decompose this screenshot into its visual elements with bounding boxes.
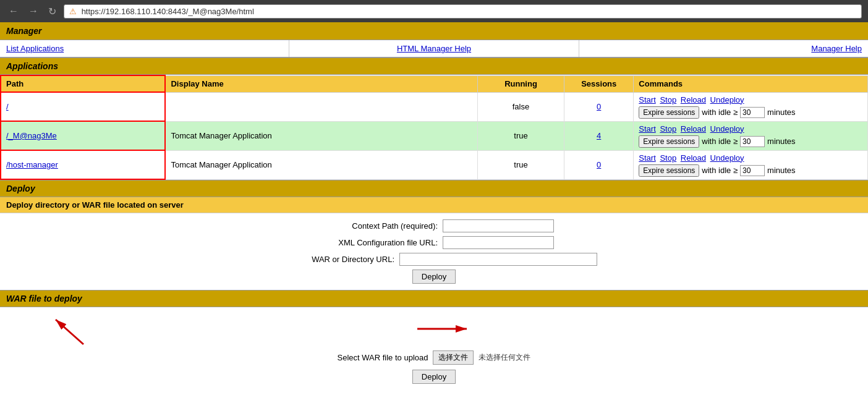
table-row: /host-managerTomcat Manager Applicationt… xyxy=(1,150,868,179)
war-deploy-button[interactable]: Deploy xyxy=(412,370,456,384)
col-display-name: Display Name xyxy=(165,75,477,92)
commands-cell: Start Stop Reload Undeploy Expire sessio… xyxy=(634,121,868,150)
path-link[interactable]: /host-manager xyxy=(6,160,58,169)
xml-config-label: XML Configuration file URL: xyxy=(314,238,438,247)
undeploy-command-link[interactable]: Undeploy xyxy=(710,124,744,134)
minutes-label: minutes xyxy=(767,137,796,146)
deploy-subheader: Deploy directory or WAR file located on … xyxy=(0,197,868,213)
sessions-cell: 0 xyxy=(564,92,634,121)
deploy-button[interactable]: Deploy xyxy=(412,270,456,284)
address-bar[interactable]: ⚠ https://192.168.110.140:8443/_M@nag3Me… xyxy=(64,4,862,19)
commands-cell: Start Stop Reload Undeploy Expire sessio… xyxy=(634,92,868,121)
applications-table: Path Display Name Running Sessions Comma… xyxy=(0,75,868,180)
path-link[interactable]: / xyxy=(6,102,9,111)
war-upload-row: Select WAR file to upload 选择文件 未选择任何文件 xyxy=(12,350,856,365)
undeploy-command-link[interactable]: Undeploy xyxy=(710,153,744,163)
war-select-label: Select WAR file to upload xyxy=(338,353,428,362)
table-row: /_M@nag3MeTomcat Manager Applicationtrue… xyxy=(1,121,868,150)
minutes-label: minutes xyxy=(767,166,796,175)
war-deploy-btn-row: Deploy xyxy=(12,370,856,384)
idle-input[interactable] xyxy=(740,165,765,176)
forward-button[interactable]: → xyxy=(26,4,41,18)
col-commands: Commands xyxy=(634,75,868,92)
stop-command-link[interactable]: Stop xyxy=(660,153,676,163)
war-section-header: WAR file to deploy xyxy=(0,290,868,307)
context-path-row: Context Path (required): xyxy=(12,219,856,232)
context-path-label: Context Path (required): xyxy=(314,221,438,231)
commands-cell: Start Stop Reload Undeploy Expire sessio… xyxy=(634,150,868,179)
with-idle-label: with idle ≥ xyxy=(702,108,738,117)
expire-row: Expire sessionswith idle ≥minutes xyxy=(639,164,862,177)
xml-config-input[interactable] xyxy=(443,236,554,249)
path-cell: /_M@nag3Me xyxy=(1,121,165,150)
start-command-link[interactable]: Start xyxy=(639,153,655,163)
url-text: https://192.168.110.140:8443/_M@nag3Me/h… xyxy=(82,7,254,16)
expire-row: Expire sessionswith idle ≥minutes xyxy=(639,106,862,119)
start-command-link[interactable]: Start xyxy=(639,124,655,134)
deploy-section-header: Deploy xyxy=(0,180,868,197)
warning-icon: ⚠ xyxy=(69,7,77,16)
path-link[interactable]: /_M@nag3Me xyxy=(6,131,57,140)
manager-header: Manager xyxy=(0,22,868,40)
xml-config-row: XML Configuration file URL: xyxy=(12,236,856,249)
running-cell: false xyxy=(477,92,564,121)
sessions-cell: 4 xyxy=(564,121,634,150)
expire-sessions-button[interactable]: Expire sessions xyxy=(639,164,699,177)
choose-file-button[interactable]: 选择文件 xyxy=(433,350,474,365)
path-cell: /host-manager xyxy=(1,150,165,179)
context-path-input[interactable] xyxy=(443,219,554,232)
applications-section-header: Applications xyxy=(0,57,868,75)
refresh-button[interactable]: ↻ xyxy=(46,4,59,19)
sessions-link[interactable]: 4 xyxy=(597,131,601,140)
war-dir-input[interactable] xyxy=(399,253,597,266)
stop-command-link[interactable]: Stop xyxy=(660,95,676,104)
deploy-btn-row: Deploy xyxy=(12,270,856,284)
stop-command-link[interactable]: Stop xyxy=(660,124,676,134)
with-idle-label: with idle ≥ xyxy=(702,166,738,175)
idle-input[interactable] xyxy=(740,107,765,118)
idle-input[interactable] xyxy=(740,136,765,147)
undeploy-command-link[interactable]: Undeploy xyxy=(710,95,744,104)
page-content: Manager List Applications HTML Manager H… xyxy=(0,22,868,402)
with-idle-label: with idle ≥ xyxy=(702,137,738,146)
reload-command-link[interactable]: Reload xyxy=(681,124,706,134)
svg-line-1 xyxy=(56,320,83,344)
manager-help-link[interactable]: Manager Help xyxy=(579,40,868,57)
expire-sessions-button[interactable]: Expire sessions xyxy=(639,135,699,148)
html-manager-help-link[interactable]: HTML Manager Help xyxy=(289,40,579,57)
display-name-cell: Tomcat Manager Application xyxy=(165,121,477,150)
arrows-container xyxy=(12,313,856,350)
display-name-cell: Tomcat Manager Application xyxy=(165,150,477,179)
path-cell: / xyxy=(1,92,165,121)
nav-links: List Applications HTML Manager Help Mana… xyxy=(0,40,868,57)
browser-chrome: ← → ↻ ⚠ https://192.168.110.140:8443/_M@… xyxy=(0,0,868,22)
col-path: Path xyxy=(1,75,165,92)
minutes-label: minutes xyxy=(767,108,796,117)
war-dir-row: WAR or Directory URL: xyxy=(12,253,856,266)
list-applications-link[interactable]: List Applications xyxy=(0,40,289,57)
war-dir-label: WAR or Directory URL: xyxy=(271,255,394,264)
sessions-link[interactable]: 0 xyxy=(597,160,601,169)
table-row: /false0Start Stop Reload Undeploy Expire… xyxy=(1,92,868,121)
war-section: WAR file to deploy xyxy=(0,290,868,402)
running-cell: true xyxy=(477,121,564,150)
sessions-link[interactable]: 0 xyxy=(597,102,601,111)
arrow-left-icon xyxy=(49,316,93,347)
deploy-form: Context Path (required): XML Configurati… xyxy=(0,213,868,290)
war-form: Select WAR file to upload 选择文件 未选择任何文件 D… xyxy=(0,307,868,390)
reload-command-link[interactable]: Reload xyxy=(681,153,706,163)
col-running: Running xyxy=(477,75,564,92)
back-button[interactable]: ← xyxy=(6,4,21,18)
sessions-cell: 0 xyxy=(564,150,634,179)
reload-command-link[interactable]: Reload xyxy=(681,95,706,104)
file-status: 未选择任何文件 xyxy=(479,352,530,363)
arrow-right-icon xyxy=(417,320,473,338)
running-cell: true xyxy=(477,150,564,179)
col-sessions: Sessions xyxy=(564,75,634,92)
start-command-link[interactable]: Start xyxy=(639,95,655,104)
expire-sessions-button[interactable]: Expire sessions xyxy=(639,106,699,119)
display-name-cell xyxy=(165,92,477,121)
expire-row: Expire sessionswith idle ≥minutes xyxy=(639,135,862,148)
